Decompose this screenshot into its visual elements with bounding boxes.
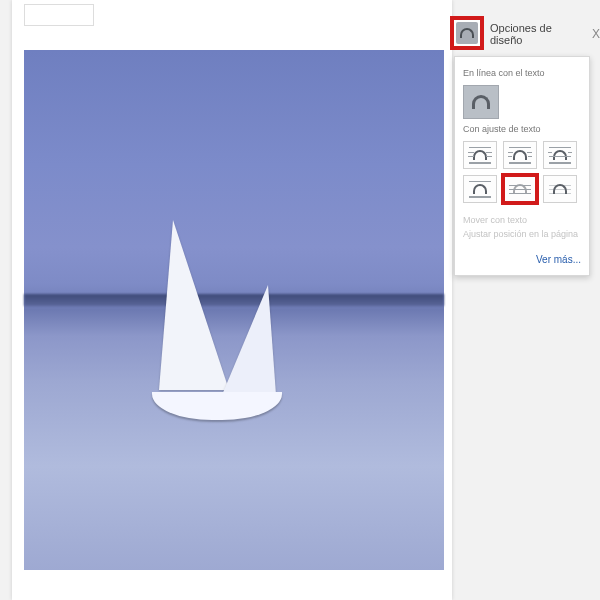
- picture-sail: [159, 220, 229, 390]
- close-icon[interactable]: X: [592, 27, 600, 41]
- wrap-option-top-bottom[interactable]: [463, 175, 497, 203]
- wrap-option-inline[interactable]: [463, 85, 499, 119]
- move-with-text-option: Mover con texto: [463, 213, 581, 227]
- layout-options-panel: En línea con el texto Con ajuste de text…: [454, 56, 590, 276]
- wrap-option-in-front[interactable]: [543, 175, 577, 203]
- layout-options-button[interactable]: [450, 16, 484, 50]
- layout-panel-title: Opciones de diseño: [490, 22, 570, 46]
- fix-position-option: Ajustar posición en la página: [463, 227, 581, 241]
- wrap-option-through[interactable]: [543, 141, 577, 169]
- wrap-front-icon: [547, 179, 573, 199]
- wrap-square-icon: [467, 145, 493, 165]
- inserted-picture[interactable]: [24, 50, 444, 570]
- wrap-option-behind-text[interactable]: [503, 175, 537, 203]
- wrap-topbottom-icon: [467, 179, 493, 199]
- wrap-through-icon: [547, 145, 573, 165]
- wrap-inline-icon: [468, 92, 494, 112]
- picture-hull: [152, 392, 282, 420]
- section-inline-label: En línea con el texto: [463, 69, 581, 79]
- disabled-options: Mover con texto Ajustar posición en la p…: [463, 213, 581, 242]
- wrap-option-square[interactable]: [463, 141, 497, 169]
- see-more-link[interactable]: Ver más...: [463, 254, 581, 265]
- layout-panel-header: Opciones de diseño X: [490, 22, 600, 46]
- picture-sail: [222, 285, 276, 395]
- wrap-tight-icon: [507, 145, 533, 165]
- ruler-segment: [24, 4, 94, 26]
- wrap-option-tight[interactable]: [503, 141, 537, 169]
- layout-options-icon: [456, 22, 478, 44]
- section-wrap-label: Con ajuste de texto: [463, 125, 581, 135]
- wrap-behind-icon: [507, 179, 533, 199]
